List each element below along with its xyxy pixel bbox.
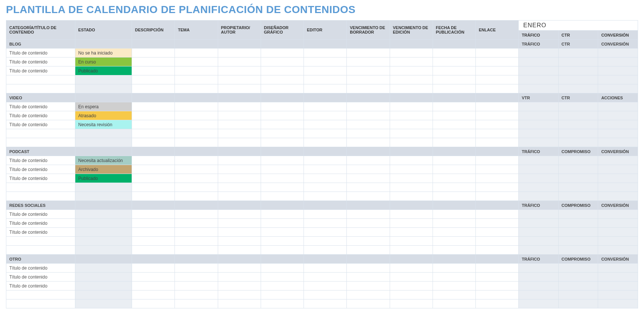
row-title[interactable]: Título de contenido	[6, 102, 75, 111]
row-title[interactable]: Título de contenido	[6, 165, 75, 174]
otro-metric-1: TRÁFICO	[519, 255, 559, 264]
status-cell[interactable]: Archivado	[75, 165, 132, 174]
otro-metric-3: CONVERSIÓN	[598, 255, 638, 264]
status-cell[interactable]: Atrasado	[75, 111, 132, 120]
row-title[interactable]: Título de contenido	[6, 174, 75, 183]
table-row[interactable]	[6, 246, 638, 255]
video-metric-2: CTR	[558, 93, 598, 102]
table-row[interactable]: Título de contenido Publicado	[6, 66, 638, 75]
status-cell[interactable]: En espera	[75, 102, 132, 111]
header-row-1: CATEGORÍA/TÍTULO DE CONTENIDO ESTADO DES…	[6, 21, 638, 31]
section-otro-label: OTRO	[6, 255, 75, 264]
table-row[interactable]: Título de contenido Necesita actualizaci…	[6, 156, 638, 165]
row-title[interactable]: Título de contenido	[6, 66, 75, 75]
table-row[interactable]	[6, 138, 638, 147]
row-title[interactable]: Título de contenido	[6, 156, 75, 165]
status-cell[interactable]: Necesita actualización	[75, 156, 132, 165]
table-row[interactable]	[6, 237, 638, 246]
header-propietario: PROPIETARIO/ AUTOR	[218, 21, 261, 40]
content-calendar-table: CATEGORÍA/TÍTULO DE CONTENIDO ESTADO DES…	[6, 20, 638, 308]
row-title[interactable]: Título de contenido	[6, 58, 75, 66]
podcast-metric-2: COMPROMISO	[558, 147, 598, 156]
header-enlace: ENLACE	[476, 21, 519, 40]
table-row[interactable]: Título de contenido	[6, 264, 638, 273]
table-row[interactable]: Título de contenido	[6, 219, 638, 228]
header-fecha-pub: FECHA DE PUBLICACIÓN	[433, 21, 475, 40]
table-row[interactable]: Título de contenido En espera	[6, 102, 638, 111]
table-row[interactable]: Título de contenido En curso	[6, 58, 638, 66]
blog-metric-2b: CTR	[558, 40, 598, 49]
redes-metric-2: COMPROMISO	[558, 201, 598, 210]
blog-metric-3: CONVERSIÓN	[598, 31, 638, 40]
blog-metric-1: TRÁFICO	[519, 31, 559, 40]
row-title[interactable]: Título de contenido	[6, 264, 75, 273]
table-row[interactable]: Título de contenido	[6, 228, 638, 237]
blog-metric-1b: TRÁFICO	[519, 40, 559, 49]
section-video: VIDEO VTR CTR ACCIONES	[6, 93, 638, 102]
table-row[interactable]: Título de contenido No se ha iniciado	[6, 49, 638, 58]
table-row[interactable]: Título de contenido Archivado	[6, 165, 638, 174]
table-row[interactable]: Título de contenido	[6, 273, 638, 282]
table-row[interactable]	[6, 290, 638, 299]
header-estado: ESTADO	[75, 21, 132, 40]
table-row[interactable]: Título de contenido	[6, 210, 638, 219]
blog-metric-3b: CONVERSIÓN	[598, 40, 638, 49]
status-cell[interactable]: Necesita revisión	[75, 120, 132, 129]
section-redes: REDES SOCIALES TRÁFICO COMPROMISO CONVER…	[6, 201, 638, 210]
section-otro: OTRO TRÁFICO COMPROMISO CONVERSIÓN	[6, 255, 638, 264]
header-disenador: DISEÑADOR GRÁFICO	[261, 21, 304, 40]
status-cell[interactable]: Publicado	[75, 66, 132, 75]
section-podcast-label: PODCAST	[6, 147, 75, 156]
row-title[interactable]: Título de contenido	[6, 282, 75, 290]
video-metric-1: VTR	[519, 93, 559, 102]
table-row[interactable]	[6, 84, 638, 93]
section-redes-label: REDES SOCIALES	[6, 201, 75, 210]
row-title[interactable]: Título de contenido	[6, 219, 75, 228]
otro-metric-2: COMPROMISO	[558, 255, 598, 264]
table-row[interactable]	[6, 192, 638, 201]
row-title[interactable]: Título de contenido	[6, 228, 75, 237]
table-row[interactable]	[6, 299, 638, 308]
podcast-metric-3: CONVERSIÓN	[598, 147, 638, 156]
row-title[interactable]: Título de contenido	[6, 111, 75, 120]
row-title[interactable]: Título de contenido	[6, 120, 75, 129]
table-row[interactable]: Título de contenido Publicado	[6, 174, 638, 183]
section-podcast: PODCAST TRÁFICO COMPROMISO CONVERSIÓN	[6, 147, 638, 156]
video-metric-3: ACCIONES	[598, 93, 638, 102]
table-row[interactable]: Título de contenido Necesita revisión	[6, 120, 638, 129]
row-title[interactable]: Título de contenido	[6, 210, 75, 219]
status-cell[interactable]: No se ha iniciado	[75, 49, 132, 58]
table-row[interactable]	[6, 183, 638, 192]
section-blog: BLOG TRÁFICO CTR CONVERSIÓN	[6, 40, 638, 49]
page-title: PLANTILLA DE CALENDARIO DE PLANIFICACIÓN…	[6, 4, 638, 16]
header-tema: TEMA	[175, 21, 218, 40]
header-editor: EDITOR	[304, 21, 347, 40]
podcast-metric-1: TRÁFICO	[519, 147, 559, 156]
header-venc-edicion: VENCIMIENTO DE EDICIÓN	[390, 21, 433, 40]
row-title[interactable]: Título de contenido	[6, 273, 75, 282]
header-categoria: CATEGORÍA/TÍTULO DE CONTENIDO	[6, 21, 75, 40]
blog-metric-2: CTR	[558, 31, 598, 40]
section-blog-label: BLOG	[6, 40, 75, 49]
table-row[interactable]	[6, 129, 638, 138]
table-row[interactable]: Título de contenido Atrasado	[6, 111, 638, 120]
status-cell[interactable]: En curso	[75, 58, 132, 66]
status-cell[interactable]: Publicado	[75, 174, 132, 183]
row-title[interactable]: Título de contenido	[6, 49, 75, 58]
month-header[interactable]: ENERO	[519, 21, 638, 31]
table-row[interactable]	[6, 75, 638, 84]
header-venc-borrador: VENCIMIENTO DE BORRADOR	[347, 21, 390, 40]
section-video-label: VIDEO	[6, 93, 75, 102]
redes-metric-1: TRÁFICO	[519, 201, 559, 210]
header-descripcion: DESCRIPCIÓN	[132, 21, 175, 40]
redes-metric-3: CONVERSIÓN	[598, 201, 638, 210]
table-row[interactable]: Título de contenido	[6, 282, 638, 290]
